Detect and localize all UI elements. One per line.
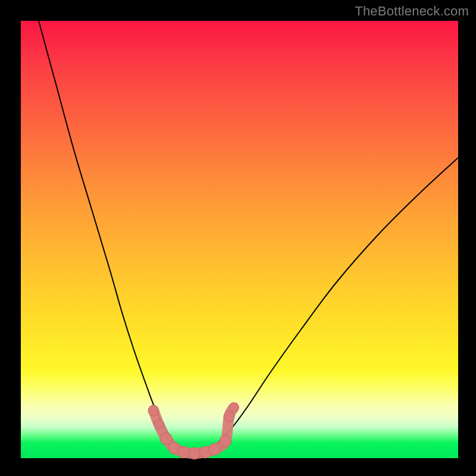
marker-dot [160,433,172,444]
marker-dot [148,405,159,416]
chart-plot-area [21,21,458,458]
marker-dot [178,446,190,458]
marker-dot [154,419,164,429]
series-left-curve [39,21,189,452]
series-right-curve [208,158,458,449]
marker-connector [154,408,234,453]
chart-svg [21,21,458,458]
marker-dot [189,447,201,459]
marker-dot [209,443,221,455]
watermark-text: TheBottleneck.com [355,4,469,19]
chart-frame: TheBottleneck.com [0,0,476,476]
marker-dot [220,435,231,447]
marker-dot [224,411,234,422]
marker-dot [229,403,239,412]
